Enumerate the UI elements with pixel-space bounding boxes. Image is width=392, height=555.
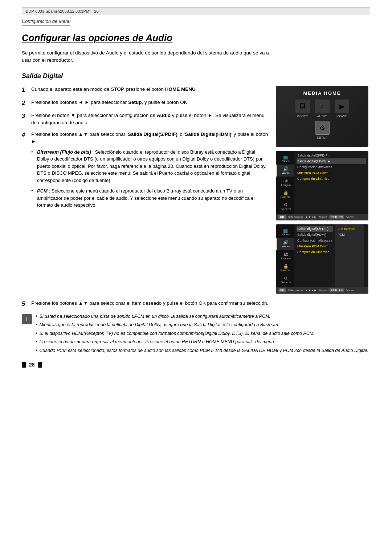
mover-label-1: Mover bbox=[319, 215, 327, 219]
right-decoration-line bbox=[378, 0, 378, 555]
menu-content-1: Salida digital(S/PDIF) Salida digital(HD… bbox=[294, 151, 368, 214]
menu-tab-general-1: ⚙ General bbox=[276, 200, 294, 212]
notes-section: i • Si usted ha seleccionado una pista d… bbox=[22, 313, 370, 356]
bullet-2-dot: • bbox=[31, 187, 35, 209]
main-content-area: 1 Cunado el aparato está en modo de STOP… bbox=[22, 86, 370, 294]
photo-icon-item: 🖼 PHOTO bbox=[295, 100, 310, 118]
select-label-1: Seleccionar bbox=[288, 215, 303, 219]
note-2-text: Mientras que está reproduciendo la pelíc… bbox=[39, 322, 279, 328]
menu-tab-video-2: 📺 Video bbox=[276, 226, 294, 238]
audio-label: AUDIO bbox=[317, 114, 327, 118]
step-1: 1 Cunado el aparato está en modo de STOP… bbox=[22, 86, 269, 94]
menu-item-altavoces: Configuración altavoces bbox=[297, 164, 366, 170]
movie-icon-item: ▶ MOVIE bbox=[335, 100, 349, 118]
note-3: • Si el dispositivo HDMI(Receptor, TV) n… bbox=[36, 331, 370, 337]
step-1-text: Cunado el aparato está en modo de STOP, … bbox=[31, 86, 269, 94]
audio-tab-label-2: Audio bbox=[282, 245, 289, 248]
menu-footer-1: OK Seleccionar ▲▼◄► Mover RETURN Volver bbox=[276, 214, 368, 220]
parental-tab-icon: 🔒 bbox=[279, 190, 293, 195]
note-4-text: Presione el botón ◄ para regresar al men… bbox=[39, 339, 275, 345]
mover-label-2: Mover bbox=[319, 289, 327, 292]
parental-tab-label: Parental bbox=[281, 195, 291, 199]
steps-list: 1 Cunado el aparato está en modo de STOP… bbox=[22, 86, 269, 212]
breadcrumb-text: Configuración de Menú bbox=[22, 19, 70, 26]
media-home-title: MEDIA HOME bbox=[281, 90, 364, 96]
step-4: 4 Presione los botones ▲▼ para seleccion… bbox=[22, 131, 269, 212]
menu-screenshot-1: 📺 Video 🔊 Audio ab Lengua 🔒 bbox=[276, 151, 368, 220]
lang-tab-icon-2: ab bbox=[279, 252, 293, 257]
media-home-icons: 🖼 PHOTO ♪ AUDIO ▶ MOVIE bbox=[281, 100, 364, 118]
step-5-text: Presione los botones ▲▼ para seleccionar… bbox=[31, 300, 370, 308]
menu-item-spdif: Salida digital(S/PDIF) bbox=[297, 153, 366, 158]
submenu-bitstream: Bitstream bbox=[337, 226, 362, 232]
note-5-text: Cuando PCM está seleccionado, estos form… bbox=[39, 348, 368, 354]
volver-label-2: Volver bbox=[346, 289, 354, 292]
media-home-screen: MEDIA HOME 🖼 PHOTO ♪ AUDIO ▶ MOVIE bbox=[276, 86, 368, 147]
audio-tab-icon-2: 🔊 bbox=[279, 240, 293, 245]
setup-label: SETUP bbox=[317, 136, 327, 139]
section-subtitle: Salida Digital bbox=[22, 72, 370, 80]
return-button-2[interactable]: RETURN bbox=[329, 288, 344, 292]
note-1-dot: • bbox=[36, 313, 37, 320]
general-tab-label-2: General bbox=[281, 281, 291, 284]
header-bar: BDP-6003-Spanish2008.12.83:3PM˜ ` 28 bbox=[22, 7, 370, 15]
note-4-dot: • bbox=[36, 339, 37, 345]
parental-tab-label-2: Parental bbox=[281, 269, 291, 272]
volver-label-1: Volver bbox=[346, 215, 354, 219]
bullet-2-text: PCM : Seleccione este menú cuando el rep… bbox=[37, 187, 269, 209]
page-number-text: 28 bbox=[29, 362, 35, 368]
nav-arrows-1: ▲▼◄► bbox=[305, 215, 317, 219]
movie-label: MOVIE bbox=[336, 114, 347, 118]
parental-tab-icon-2: 🔒 bbox=[279, 264, 293, 269]
menu-item-hdmi: Salida digital(HDMI) ► bbox=[297, 158, 366, 164]
note-2: • Mientras que está reproduciendo la pel… bbox=[36, 322, 370, 328]
submenu-items: Salida digital(S/PDIF) Salida digital(HD… bbox=[294, 224, 335, 287]
page-number-bar-right bbox=[38, 362, 42, 368]
menu-item-spdif-2: Salida digital(S/PDIF) bbox=[297, 226, 333, 232]
audio-icon-box: ♪ bbox=[315, 100, 330, 113]
text-column: 1 Cunado el aparato está en modo de STOP… bbox=[22, 86, 269, 294]
step-4-number: 4 bbox=[22, 131, 28, 212]
menu-item-dinamico-2: Compresión Dinámico bbox=[297, 249, 333, 255]
breadcrumb: Configuración de Menú bbox=[22, 18, 370, 32]
submenu-pcm: PCM bbox=[337, 232, 362, 238]
ok-button-2[interactable]: OK bbox=[278, 288, 286, 292]
media-home-icons-2: ⚙ SETUP bbox=[281, 121, 364, 139]
return-button-1[interactable]: RETURN bbox=[329, 215, 344, 219]
menu-tabs-1: 📺 Video 🔊 Audio ab Lengua 🔒 bbox=[276, 151, 294, 214]
video-tab-icon: 📺 bbox=[279, 154, 293, 159]
note-bullets-list: • Si usted ha seleccionado una pista de … bbox=[36, 313, 370, 356]
menu-tab-video-1: 📺 Video bbox=[276, 153, 294, 165]
select-label-2: Seleccionar bbox=[288, 289, 303, 292]
left-decoration-line bbox=[14, 0, 14, 555]
step-2-text: Presione los botones ◄ ► para selecciona… bbox=[31, 99, 269, 108]
menu-screen-1: 📺 Video 🔊 Audio ab Lengua 🔒 bbox=[276, 151, 368, 220]
lang-tab-label-2: Lengua bbox=[281, 257, 291, 260]
menu-sidebar-2: 📺 Video 🔊 Audio ab Lengua 🔒 bbox=[276, 224, 368, 287]
note-icon: i bbox=[22, 314, 32, 324]
bullet-list: • Bitstream (Flujo de bits) : Seleccióne… bbox=[31, 149, 269, 209]
setup-icon-item: ⚙ SETUP bbox=[315, 121, 330, 139]
step-4-text: Presione los botones ▲▼ para seleccionar… bbox=[31, 131, 269, 212]
page-title: Configurar las opciones de Audio bbox=[22, 32, 370, 44]
menu-item-pcm: Muestreo PCM Down bbox=[297, 170, 366, 176]
submenu-content: Salida digital(S/PDIF) Salida digital(HD… bbox=[294, 224, 364, 287]
step-1-number: 1 bbox=[22, 86, 28, 94]
submenu-right: Bitstream PCM bbox=[335, 224, 364, 287]
lang-tab-icon: ab bbox=[279, 178, 293, 183]
menu-tab-audio-1: 🔊 Audio bbox=[276, 165, 294, 177]
photo-icon-box: 🖼 bbox=[295, 100, 310, 113]
note-3-dot: • bbox=[36, 331, 37, 337]
nav-arrows-2: ▲▼◄► bbox=[305, 289, 317, 292]
ok-button-1[interactable]: OK bbox=[278, 215, 286, 219]
intro-text: Se permite configurar el dispositivo de … bbox=[22, 49, 276, 64]
images-column: MEDIA HOME 🖼 PHOTO ♪ AUDIO ▶ MOVIE bbox=[276, 86, 370, 294]
note-5: • Cuando PCM está seleccionado, estos fo… bbox=[36, 348, 370, 354]
general-tab-label: General bbox=[281, 207, 291, 211]
menu-footer-2: OK Seleccionar ▲▼◄► Mover RETURN Volver bbox=[276, 287, 368, 293]
menu-tab-audio-2: 🔊 Audio bbox=[276, 238, 294, 250]
menu-sidebar-1: 📺 Video 🔊 Audio ab Lengua 🔒 bbox=[276, 151, 368, 214]
menu-screen-2: 📺 Video 🔊 Audio ab Lengua 🔒 bbox=[276, 224, 368, 293]
bullet-1: • Bitstream (Flujo de bits) : Seleccióne… bbox=[31, 149, 269, 184]
menu-item-pcm-2: Muestreo PCM Down bbox=[297, 243, 333, 249]
